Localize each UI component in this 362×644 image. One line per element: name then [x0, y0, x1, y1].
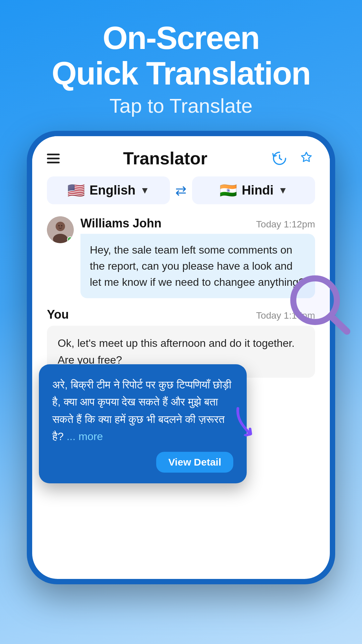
source-chevron-icon: ▼ — [140, 185, 149, 196]
header-icons — [271, 150, 315, 167]
target-language-name: Hindi — [242, 183, 274, 198]
more-link[interactable]: ... more — [67, 430, 103, 442]
translation-text: अरे, बिक्री टीम ने रिपोर्ट पर कुछ टिप्पण… — [52, 376, 233, 445]
avatar — [47, 216, 74, 243]
message-time: Today 1:12pm — [256, 219, 315, 230]
online-indicator — [67, 236, 73, 243]
message-row: Williams John Today 1:12pm Hey, the sale… — [47, 216, 315, 298]
you-label: You — [47, 308, 69, 322]
star-icon[interactable] — [298, 150, 315, 167]
message-content: Williams John Today 1:12pm Hey, the sale… — [80, 216, 315, 298]
message-header: Williams John Today 1:12pm — [80, 216, 315, 230]
message-bubble: Hey, the sale team left some comments on… — [80, 234, 315, 298]
source-language-name: English — [89, 183, 135, 198]
svg-point-1 — [56, 222, 65, 231]
svg-point-4 — [61, 225, 62, 226]
source-language-button[interactable]: 🇺🇸 English ▼ — [47, 176, 170, 204]
view-detail-button[interactable]: View Detail — [156, 452, 233, 473]
swap-languages-button[interactable]: ⇄ — [175, 183, 187, 198]
hero-subtitle: Tap to Translate — [52, 94, 310, 117]
source-flag: 🇺🇸 — [67, 183, 85, 198]
phone-wrapper: Translator 🇺🇸 — [27, 131, 335, 644]
magnifier-icon — [285, 272, 352, 340]
translation-footer: View Detail — [52, 452, 233, 473]
phone-inner: Translator 🇺🇸 — [32, 136, 330, 579]
translation-popup: अरे, बिक्री टीम ने रिपोर्ट पर कुछ टिप्पण… — [39, 364, 247, 483]
hero-title: On-ScreenQuick Translation — [52, 20, 310, 91]
app-header: Translator — [32, 136, 330, 176]
svg-line-11 — [332, 317, 347, 331]
history-icon[interactable] — [271, 150, 288, 167]
you-header: You Today 1:17pm — [47, 308, 315, 322]
language-selector: 🇺🇸 English ▼ ⇄ 🇮🇳 Hindi ▼ — [32, 176, 330, 216]
phone-outer: Translator 🇺🇸 — [27, 131, 335, 584]
menu-icon[interactable] — [47, 154, 60, 163]
target-flag: 🇮🇳 — [220, 183, 237, 198]
svg-point-3 — [58, 225, 60, 226]
target-chevron-icon: ▼ — [278, 185, 288, 196]
sender-name: Williams John — [80, 216, 162, 230]
target-language-button[interactable]: 🇮🇳 Hindi ▼ — [192, 176, 315, 204]
hero-section: On-ScreenQuick Translation Tap to Transl… — [32, 0, 330, 131]
app-title: Translator — [123, 148, 207, 168]
